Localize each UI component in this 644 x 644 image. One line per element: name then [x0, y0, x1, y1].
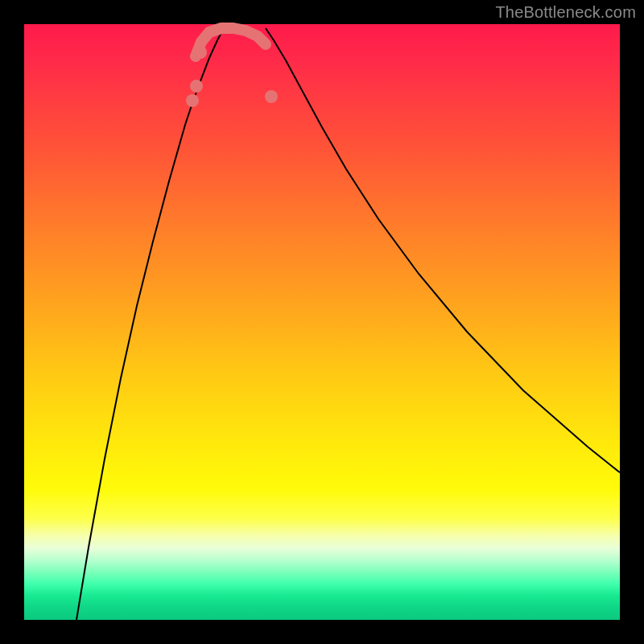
chart-frame: TheBottleneck.com — [0, 0, 644, 644]
chart-plot-area — [24, 24, 620, 620]
right-dot — [265, 90, 278, 103]
watermark-text: TheBottleneck.com — [495, 3, 636, 22]
chart-svg — [24, 24, 620, 620]
curve-right — [266, 28, 620, 473]
left-dot-upper — [186, 94, 199, 107]
left-dot-lower — [194, 46, 207, 59]
curve-left — [76, 28, 224, 620]
curve-markers — [186, 46, 278, 107]
left-dot-mid — [190, 80, 203, 93]
